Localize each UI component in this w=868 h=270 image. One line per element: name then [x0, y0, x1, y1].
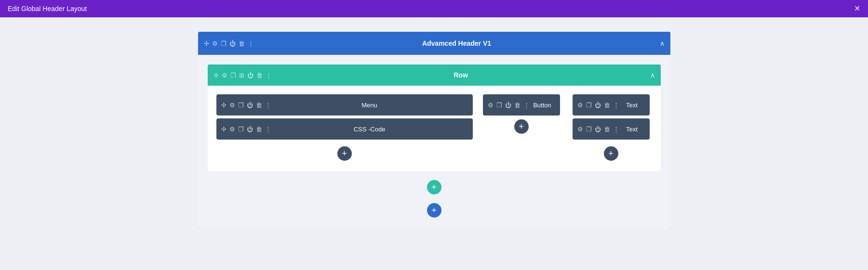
menu-delete-icon[interactable]: 🗑 — [256, 102, 262, 109]
button-duplicate-icon[interactable]: ❐ — [496, 102, 502, 109]
button-more-icon[interactable]: ⋮ — [523, 102, 530, 109]
left-add-button[interactable]: + — [337, 146, 352, 161]
row-columns-icon[interactable]: ⊞ — [239, 72, 244, 79]
close-button[interactable]: ✕ — [854, 5, 860, 13]
row-more-icon[interactable]: ⋮ — [266, 72, 272, 79]
text2-toggle-icon[interactable]: ⏻ — [595, 126, 601, 133]
section-add-button[interactable]: + — [427, 203, 441, 218]
row-move-icon[interactable]: ✢ — [214, 72, 219, 79]
row-settings-icon[interactable]: ⚙ — [222, 72, 227, 79]
text1-toggle-icon[interactable]: ⏻ — [595, 102, 601, 109]
row-title: Row — [272, 71, 650, 79]
middle-column: ⚙ ❐ ⏻ 🗑 ⋮ Button + — [481, 94, 562, 136]
button-toggle-icon[interactable]: ⏻ — [505, 102, 511, 109]
section-icon-bar: ✢ ⚙ ❐ ⏻ 🗑 ⋮ — [204, 40, 254, 47]
menu-toggle-icon[interactable]: ⏻ — [247, 102, 253, 109]
row-body: ✢ ⚙ ❐ ⏻ 🗑 ⋮ Menu — [208, 86, 661, 171]
button-label: Button — [530, 102, 555, 109]
row-toggle-icon[interactable]: ⏻ — [247, 72, 254, 79]
title-bar: Edit Global Header Layout ✕ — [0, 0, 868, 17]
section-settings-icon[interactable]: ⚙ — [212, 40, 218, 47]
text1-settings-icon[interactable]: ⚙ — [577, 102, 583, 109]
section-toggle-icon[interactable]: ⏻ — [229, 40, 236, 47]
row-delete-icon[interactable]: 🗑 — [256, 72, 263, 79]
menu-icon-bar: ✢ ⚙ ❐ ⏻ 🗑 ⋮ — [221, 102, 271, 109]
title-bar-text: Edit Global Header Layout — [8, 5, 87, 13]
row-duplicate-icon[interactable]: ❐ — [230, 72, 236, 79]
section-collapse-icon[interactable]: ∧ — [660, 39, 665, 47]
row-header: ✢ ⚙ ❐ ⊞ ⏻ 🗑 ⋮ Row ∧ — [208, 64, 661, 86]
menu-more-icon[interactable]: ⋮ — [265, 102, 271, 109]
text1-duplicate-icon[interactable]: ❐ — [586, 102, 592, 109]
section-header: ✢ ⚙ ❐ ⏻ 🗑 ⋮ Advamced Header V1 ∧ — [198, 32, 670, 55]
text2-module: ⚙ ❐ ⏻ 🗑 ⋮ Text — [573, 118, 650, 140]
button-module: ⚙ ❐ ⏻ 🗑 ⋮ Button — [483, 94, 560, 116]
section-body: ✢ ⚙ ❐ ⊞ ⏻ 🗑 ⋮ Row ∧ — [198, 55, 670, 229]
right-column: ⚙ ❐ ⏻ 🗑 ⋮ Text ⚙ — [570, 94, 652, 163]
text2-settings-icon[interactable]: ⚙ — [577, 126, 583, 133]
text1-module: ⚙ ❐ ⏻ 🗑 ⋮ Text — [573, 94, 650, 116]
row-collapse-icon[interactable]: ∧ — [650, 71, 655, 79]
css-label: CSS -Code — [271, 126, 468, 133]
section-delete-icon[interactable]: 🗑 — [239, 40, 245, 47]
text1-label: Text — [619, 102, 645, 109]
css-toggle-icon[interactable]: ⏻ — [247, 126, 253, 133]
text1-more-icon[interactable]: ⋮ — [613, 102, 619, 109]
menu-label: Menu — [271, 102, 468, 109]
row-block: ✢ ⚙ ❐ ⊞ ⏻ 🗑 ⋮ Row ∧ — [208, 64, 661, 171]
menu-settings-icon[interactable]: ⚙ — [229, 102, 235, 109]
text2-more-icon[interactable]: ⋮ — [613, 126, 619, 133]
section-move-icon[interactable]: ✢ — [204, 40, 209, 47]
menu-duplicate-icon[interactable]: ❐ — [238, 102, 244, 109]
section-more-icon[interactable]: ⋮ — [248, 40, 254, 47]
main-content: ✢ ⚙ ❐ ⏻ 🗑 ⋮ Advamced Header V1 ∧ ✢ — [0, 17, 868, 244]
css-delete-icon[interactable]: 🗑 — [256, 126, 262, 133]
bottom-adds: + + — [208, 176, 661, 219]
text2-duplicate-icon[interactable]: ❐ — [586, 126, 592, 133]
css-move-icon[interactable]: ✢ — [221, 126, 227, 133]
text2-icon-bar: ⚙ ❐ ⏻ 🗑 ⋮ — [577, 126, 619, 133]
text2-delete-icon[interactable]: 🗑 — [604, 126, 610, 133]
section-title: Advamced Header V1 — [254, 39, 660, 47]
css-duplicate-icon[interactable]: ❐ — [238, 126, 244, 133]
middle-add-button[interactable]: + — [514, 119, 529, 134]
row-add-button[interactable]: + — [427, 180, 441, 194]
menu-module: ✢ ⚙ ❐ ⏻ 🗑 ⋮ Menu — [216, 94, 473, 116]
right-add-button[interactable]: + — [604, 146, 618, 161]
row-icon-bar: ✢ ⚙ ❐ ⊞ ⏻ 🗑 ⋮ — [214, 72, 272, 79]
button-icon-bar: ⚙ ❐ ⏻ 🗑 ⋮ — [488, 102, 530, 109]
menu-move-icon[interactable]: ✢ — [221, 102, 227, 109]
css-more-icon[interactable]: ⋮ — [265, 126, 271, 133]
section-block: ✢ ⚙ ❐ ⏻ 🗑 ⋮ Advamced Header V1 ∧ ✢ — [198, 32, 670, 229]
css-code-module: ✢ ⚙ ❐ ⏻ 🗑 ⋮ CSS -Code — [216, 118, 473, 140]
button-settings-icon[interactable]: ⚙ — [488, 102, 494, 109]
text2-label: Text — [619, 126, 645, 133]
text1-icon-bar: ⚙ ❐ ⏻ 🗑 ⋮ — [577, 102, 619, 109]
left-column: ✢ ⚙ ❐ ⏻ 🗑 ⋮ Menu — [216, 94, 473, 163]
text1-delete-icon[interactable]: 🗑 — [604, 102, 610, 109]
section-duplicate-icon[interactable]: ❐ — [221, 40, 227, 47]
css-settings-icon[interactable]: ⚙ — [229, 126, 235, 133]
outer-panel: ✢ ⚙ ❐ ⏻ 🗑 ⋮ Advamced Header V1 ∧ ✢ — [198, 32, 670, 229]
css-icon-bar: ✢ ⚙ ❐ ⏻ 🗑 ⋮ — [221, 126, 271, 133]
button-delete-icon[interactable]: 🗑 — [514, 102, 521, 109]
